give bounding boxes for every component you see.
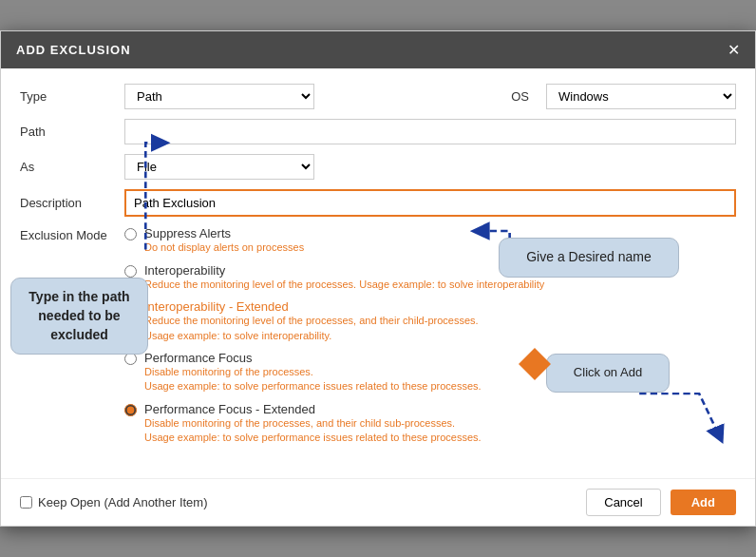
- excl-radio-suppress[interactable]: [124, 228, 137, 240]
- close-button[interactable]: ✕: [728, 41, 740, 59]
- path-input[interactable]: [124, 119, 736, 144]
- excl-title-interop: Interoperability: [144, 263, 544, 278]
- path-label: Path: [20, 125, 124, 139]
- excl-radio-perf-ext[interactable]: [124, 404, 137, 416]
- add-exclusion-modal: ADD EXCLUSION ✕: [0, 30, 756, 526]
- excl-title-perf: Performance Focus: [144, 351, 482, 365]
- excl-desc-interop: Reduce the monitoring level of the proce…: [144, 278, 544, 292]
- as-label: As: [20, 160, 124, 174]
- as-row: As File Folder Extension: [20, 154, 736, 180]
- type-section: Type Path Certificate Process Registry: [20, 84, 482, 109]
- name-tooltip: Give a Desired name: [499, 238, 679, 278]
- clickadd-tooltip: Click on Add: [546, 354, 670, 392]
- excl-desc-perf: Disable monitoring of the processes.Usag…: [144, 365, 482, 394]
- type-os-row: Type Path Certificate Process Registry O…: [20, 84, 736, 109]
- excl-desc-suppress: Do not display alerts on processes: [144, 240, 304, 255]
- modal-footer: Keep Open (Add Another Item) Cancel Add: [1, 478, 755, 526]
- as-select[interactable]: File Folder Extension: [124, 154, 314, 180]
- os-section: OS Windows Mac Linux: [511, 84, 736, 109]
- excl-desc-interop-ext: Reduce the monitoring level of the proce…: [144, 314, 479, 343]
- excl-title-perf-ext: Performance Focus - Extended: [144, 402, 482, 416]
- add-button[interactable]: Add: [671, 490, 736, 515]
- path-tooltip: Type in the path needed to be excluded: [10, 278, 148, 355]
- os-label: OS: [511, 89, 529, 104]
- modal-header: ADD EXCLUSION ✕: [1, 31, 755, 68]
- modal-body: Type Path Certificate Process Registry O…: [1, 68, 755, 477]
- keep-open-checkbox[interactable]: [20, 496, 32, 509]
- excl-radio-interop[interactable]: [124, 265, 137, 278]
- type-label: Type: [20, 89, 124, 104]
- description-label: Description: [20, 196, 124, 210]
- os-select[interactable]: Windows Mac Linux: [546, 84, 736, 109]
- footer-buttons: Cancel Add: [586, 489, 736, 516]
- description-input[interactable]: [124, 189, 736, 217]
- type-select[interactable]: Path Certificate Process Registry: [124, 84, 314, 109]
- exclusion-mode-label: Exclusion Mode: [20, 226, 124, 242]
- keep-open-label[interactable]: Keep Open (Add Another Item): [20, 495, 208, 509]
- modal-title: ADD EXCLUSION: [16, 43, 131, 57]
- path-input-wrap: [124, 119, 736, 144]
- excl-option-perf-ext: Performance Focus - Extended Disable mon…: [124, 402, 736, 446]
- excl-title-interop-ext: Interoperability - Extended: [144, 299, 479, 314]
- description-input-wrap: [124, 189, 736, 217]
- excl-desc-perf-ext: Disable monitoring of the processes, and…: [144, 416, 482, 446]
- excl-title-suppress: Suppress Alerts: [144, 226, 304, 240]
- excl-option-interop-ext: Interoperability - Extended Reduce the m…: [124, 299, 736, 343]
- description-row: Description: [20, 189, 736, 217]
- cancel-button[interactable]: Cancel: [586, 489, 660, 516]
- path-row: Path: [20, 119, 736, 144]
